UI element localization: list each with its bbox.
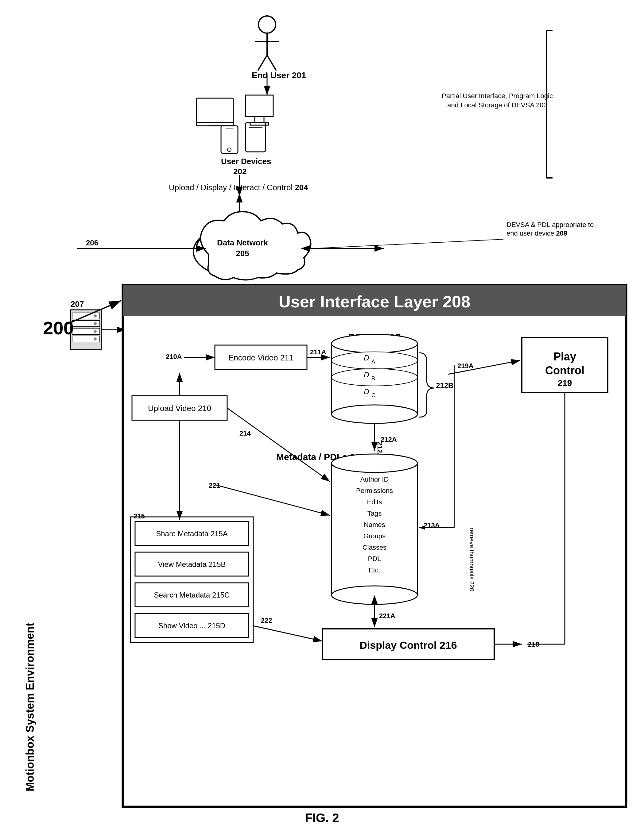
- svg-rect-12: [245, 95, 273, 117]
- svg-text:202: 202: [233, 167, 247, 176]
- svg-rect-50: [72, 336, 100, 342]
- svg-text:DEVSA & PDL appropriate to: DEVSA & PDL appropriate to: [506, 221, 594, 229]
- svg-point-63: [331, 352, 417, 369]
- svg-rect-116: [135, 613, 249, 637]
- svg-point-52: [94, 322, 97, 325]
- svg-line-6: [267, 55, 276, 70]
- svg-text:200: 200: [43, 318, 73, 339]
- svg-point-2: [258, 16, 276, 33]
- svg-text:212B: 212B: [436, 381, 453, 390]
- svg-line-76: [448, 360, 520, 374]
- svg-text:Tags: Tags: [367, 510, 381, 517]
- svg-rect-93: [331, 463, 417, 595]
- svg-text:Show Video ... 215D: Show Video ... 215D: [158, 621, 225, 630]
- svg-rect-49: [72, 328, 100, 334]
- svg-text:PDL: PDL: [368, 555, 381, 563]
- svg-text:213A: 213A: [424, 521, 440, 529]
- svg-rect-46: [70, 310, 101, 350]
- svg-text:221: 221: [209, 482, 220, 489]
- svg-text:D: D: [364, 371, 369, 379]
- svg-rect-84: [132, 396, 227, 420]
- svg-text:end user device  209: end user device 209: [506, 229, 567, 237]
- svg-point-17: [227, 148, 231, 151]
- svg-point-64: [331, 369, 417, 386]
- svg-text:Permissions: Permissions: [356, 487, 393, 495]
- svg-rect-48: [72, 321, 100, 327]
- diagram-svg: End User 201 User Devices 202: [0, 0, 644, 827]
- svg-text:Upload / Display / Interact / : Upload / Display / Interact / Control 20…: [169, 183, 308, 192]
- svg-line-108: [215, 485, 330, 515]
- svg-rect-119: [130, 517, 253, 643]
- svg-text:Author ID: Author ID: [360, 476, 389, 483]
- svg-text:206: 206: [86, 239, 98, 247]
- svg-text:B: B: [371, 376, 375, 382]
- svg-text:Data Network: Data Network: [217, 238, 268, 247]
- svg-text:212A: 212A: [376, 442, 384, 458]
- svg-text:Classes: Classes: [363, 543, 386, 551]
- svg-text:Control: Control: [545, 364, 585, 377]
- svg-point-35: [201, 238, 235, 262]
- svg-text:End User  201: End User 201: [252, 70, 306, 80]
- svg-text:D: D: [364, 354, 369, 362]
- svg-line-44: [313, 239, 503, 248]
- svg-text:Share Metadata 215A: Share Metadata 215A: [156, 529, 228, 538]
- svg-text:and Local Storage of DEVSA 203: and Local Storage of DEVSA 203: [447, 101, 547, 109]
- svg-rect-18: [245, 123, 266, 152]
- svg-point-36: [232, 237, 263, 261]
- svg-rect-14: [250, 123, 269, 125]
- svg-point-62: [331, 405, 417, 423]
- svg-line-5: [258, 55, 267, 70]
- svg-text:214: 214: [239, 429, 251, 437]
- svg-point-33: [212, 229, 255, 256]
- svg-line-120: [253, 626, 322, 641]
- svg-text:User Interface Layer  208: User Interface Layer 208: [279, 292, 470, 311]
- svg-text:Search Metadata 215C: Search Metadata 215C: [154, 591, 230, 599]
- svg-line-138: [64, 301, 121, 325]
- svg-rect-72: [522, 337, 608, 393]
- svg-text:C: C: [371, 392, 375, 398]
- svg-rect-110: [135, 521, 249, 545]
- svg-text:View Metadata 215B: View Metadata 215B: [158, 560, 226, 568]
- svg-point-94: [331, 454, 417, 473]
- svg-rect-112: [135, 552, 249, 576]
- svg-rect-114: [135, 583, 249, 607]
- svg-rect-47: [72, 313, 100, 319]
- svg-rect-122: [322, 629, 494, 660]
- svg-point-53: [94, 330, 97, 333]
- svg-text:222: 222: [261, 616, 272, 624]
- svg-rect-10: [197, 123, 233, 126]
- svg-text:Motionbox System Environment: Motionbox System Environment: [23, 623, 36, 791]
- svg-text:Etc.: Etc.: [369, 566, 380, 574]
- svg-text:A: A: [371, 359, 375, 365]
- svg-text:Edits: Edits: [367, 498, 382, 506]
- svg-rect-15: [221, 126, 238, 153]
- svg-text:D: D: [364, 387, 369, 396]
- svg-text:Groups: Groups: [363, 532, 386, 540]
- svg-text:210A: 210A: [166, 353, 182, 360]
- svg-rect-56: [123, 285, 626, 807]
- svg-text:Encode Video 211: Encode Video 211: [228, 353, 294, 362]
- svg-rect-57: [123, 285, 626, 316]
- svg-text:212A: 212A: [381, 435, 397, 443]
- svg-text:Display Control  216: Display Control 216: [360, 639, 457, 651]
- svg-point-51: [94, 314, 97, 317]
- svg-point-34: [197, 232, 270, 275]
- svg-line-90: [227, 408, 330, 482]
- svg-rect-13: [255, 117, 264, 123]
- svg-text:Names: Names: [364, 521, 385, 529]
- svg-text:Upload Video 210: Upload Video 210: [148, 404, 211, 413]
- svg-text:User Devices: User Devices: [221, 157, 271, 166]
- svg-point-30: [193, 227, 273, 276]
- svg-text:DEVSA 212: DEVSA 212: [348, 332, 400, 343]
- svg-point-31: [197, 233, 233, 264]
- svg-text:205: 205: [236, 249, 249, 258]
- svg-text:219A: 219A: [457, 362, 474, 370]
- svg-text:207: 207: [70, 300, 84, 309]
- svg-text:Partial User Interface, Progra: Partial User Interface, Program Logic: [442, 92, 553, 100]
- svg-text:211A: 211A: [310, 348, 326, 356]
- page-container: End User 201 User Devices 202: [0, 0, 644, 827]
- svg-rect-9: [197, 98, 233, 123]
- svg-text:219: 219: [558, 378, 572, 388]
- svg-rect-60: [331, 343, 417, 414]
- svg-text:retrieve thumbnails  220: retrieve thumbnails 220: [469, 527, 475, 591]
